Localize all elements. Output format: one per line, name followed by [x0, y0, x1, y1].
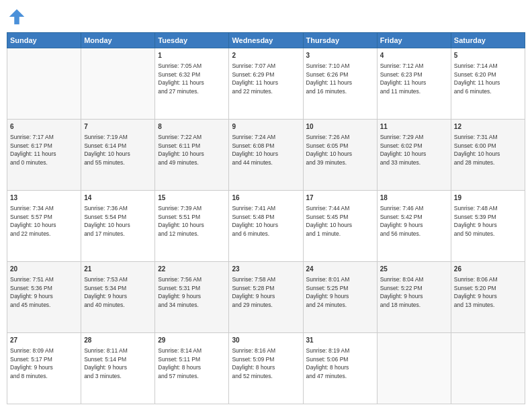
day-info: Sunrise: 8:01 AM Sunset: 5:25 PM Dayligh… — [306, 276, 350, 308]
day-cell: 6Sunrise: 7:17 AM Sunset: 6:17 PM Daylig… — [7, 120, 81, 191]
day-info: Sunrise: 7:39 AM Sunset: 5:51 PM Dayligh… — [158, 205, 204, 237]
day-number: 27 — [10, 336, 78, 345]
day-cell: 28Sunrise: 8:11 AM Sunset: 5:14 PM Dayli… — [81, 333, 155, 404]
day-cell: 8Sunrise: 7:22 AM Sunset: 6:11 PM Daylig… — [155, 120, 229, 191]
day-number: 19 — [454, 193, 522, 203]
calendar-header: SundayMondayTuesdayWednesdayThursdayFrid… — [7, 33, 525, 48]
day-info: Sunrise: 8:09 AM Sunset: 5:17 PM Dayligh… — [10, 347, 54, 379]
page: SundayMondayTuesdayWednesdayThursdayFrid… — [0, 0, 532, 411]
svg-marker-0 — [9, 9, 25, 25]
weekday-header-sunday: Sunday — [7, 33, 81, 48]
day-number: 17 — [306, 193, 374, 203]
day-number: 4 — [380, 51, 448, 60]
day-cell: 5Sunrise: 7:14 AM Sunset: 6:20 PM Daylig… — [451, 48, 525, 120]
day-number: 1 — [158, 51, 226, 60]
day-info: Sunrise: 7:51 AM Sunset: 5:36 PM Dayligh… — [10, 276, 54, 308]
day-number: 5 — [454, 51, 522, 60]
day-cell: 1Sunrise: 7:05 AM Sunset: 6:32 PM Daylig… — [155, 48, 229, 120]
weekday-header-friday: Friday — [377, 33, 451, 48]
day-info: Sunrise: 7:05 AM Sunset: 6:32 PM Dayligh… — [158, 62, 204, 95]
day-number: 11 — [380, 122, 448, 132]
day-cell — [7, 48, 81, 120]
day-number: 2 — [232, 51, 300, 60]
day-info: Sunrise: 7:10 AM Sunset: 6:26 PM Dayligh… — [306, 62, 353, 95]
day-cell: 30Sunrise: 8:16 AM Sunset: 5:09 PM Dayli… — [229, 333, 303, 404]
day-number: 26 — [454, 265, 522, 274]
logo — [7, 7, 30, 27]
day-info: Sunrise: 7:17 AM Sunset: 6:17 PM Dayligh… — [10, 134, 56, 166]
day-number: 21 — [84, 265, 152, 274]
day-cell — [81, 48, 155, 120]
calendar-table: SundayMondayTuesdayWednesdayThursdayFrid… — [7, 32, 525, 404]
day-number: 6 — [10, 122, 78, 132]
day-cell: 13Sunrise: 7:34 AM Sunset: 5:57 PM Dayli… — [7, 191, 81, 262]
day-cell: 25Sunrise: 8:04 AM Sunset: 5:22 PM Dayli… — [377, 262, 451, 333]
day-number: 14 — [84, 193, 152, 203]
day-info: Sunrise: 7:14 AM Sunset: 6:20 PM Dayligh… — [454, 62, 500, 95]
day-number: 16 — [232, 193, 300, 203]
day-cell: 31Sunrise: 8:19 AM Sunset: 5:06 PM Dayli… — [303, 333, 377, 404]
week-row-2: 13Sunrise: 7:34 AM Sunset: 5:57 PM Dayli… — [7, 191, 525, 262]
day-number: 3 — [306, 51, 374, 60]
day-cell: 20Sunrise: 7:51 AM Sunset: 5:36 PM Dayli… — [7, 262, 81, 333]
calendar-body: 1Sunrise: 7:05 AM Sunset: 6:32 PM Daylig… — [7, 48, 525, 404]
day-cell: 26Sunrise: 8:06 AM Sunset: 5:20 PM Dayli… — [451, 262, 525, 333]
day-number: 20 — [10, 265, 78, 274]
day-number: 29 — [158, 336, 226, 345]
logo-icon — [7, 7, 27, 27]
day-info: Sunrise: 7:41 AM Sunset: 5:48 PM Dayligh… — [232, 205, 278, 237]
weekday-header-tuesday: Tuesday — [155, 33, 229, 48]
day-number: 8 — [158, 122, 226, 132]
day-number: 7 — [84, 122, 152, 132]
day-number: 23 — [232, 265, 300, 274]
week-row-4: 27Sunrise: 8:09 AM Sunset: 5:17 PM Dayli… — [7, 333, 525, 404]
day-info: Sunrise: 8:06 AM Sunset: 5:20 PM Dayligh… — [454, 276, 498, 308]
day-info: Sunrise: 7:07 AM Sunset: 6:29 PM Dayligh… — [232, 62, 278, 95]
day-info: Sunrise: 8:16 AM Sunset: 5:09 PM Dayligh… — [232, 347, 275, 379]
day-cell: 24Sunrise: 8:01 AM Sunset: 5:25 PM Dayli… — [303, 262, 377, 333]
week-row-0: 1Sunrise: 7:05 AM Sunset: 6:32 PM Daylig… — [7, 48, 525, 120]
day-info: Sunrise: 8:11 AM Sunset: 5:14 PM Dayligh… — [84, 347, 128, 379]
day-number: 24 — [306, 265, 374, 274]
day-info: Sunrise: 7:34 AM Sunset: 5:57 PM Dayligh… — [10, 205, 56, 237]
day-cell: 19Sunrise: 7:48 AM Sunset: 5:39 PM Dayli… — [451, 191, 525, 262]
day-info: Sunrise: 7:26 AM Sunset: 6:05 PM Dayligh… — [306, 134, 353, 166]
header — [7, 7, 525, 27]
day-number: 22 — [158, 265, 226, 274]
week-row-3: 20Sunrise: 7:51 AM Sunset: 5:36 PM Dayli… — [7, 262, 525, 333]
weekday-header-saturday: Saturday — [451, 33, 525, 48]
day-number: 13 — [10, 193, 78, 203]
day-info: Sunrise: 7:12 AM Sunset: 6:23 PM Dayligh… — [380, 62, 427, 95]
day-cell: 27Sunrise: 8:09 AM Sunset: 5:17 PM Dayli… — [7, 333, 81, 404]
day-cell: 10Sunrise: 7:26 AM Sunset: 6:05 PM Dayli… — [303, 120, 377, 191]
day-cell: 22Sunrise: 7:56 AM Sunset: 5:31 PM Dayli… — [155, 262, 229, 333]
day-info: Sunrise: 7:22 AM Sunset: 6:11 PM Dayligh… — [158, 134, 204, 166]
day-cell: 14Sunrise: 7:36 AM Sunset: 5:54 PM Dayli… — [81, 191, 155, 262]
day-number: 18 — [380, 193, 448, 203]
day-number: 25 — [380, 265, 448, 274]
day-cell: 29Sunrise: 8:14 AM Sunset: 5:11 PM Dayli… — [155, 333, 229, 404]
day-info: Sunrise: 7:44 AM Sunset: 5:45 PM Dayligh… — [306, 205, 353, 237]
day-cell: 18Sunrise: 7:46 AM Sunset: 5:42 PM Dayli… — [377, 191, 451, 262]
weekday-header-monday: Monday — [81, 33, 155, 48]
day-cell — [377, 333, 451, 404]
day-number: 15 — [158, 193, 226, 203]
day-info: Sunrise: 7:19 AM Sunset: 6:14 PM Dayligh… — [84, 134, 130, 166]
day-info: Sunrise: 7:56 AM Sunset: 5:31 PM Dayligh… — [158, 276, 202, 308]
day-cell: 21Sunrise: 7:53 AM Sunset: 5:34 PM Dayli… — [81, 262, 155, 333]
day-info: Sunrise: 8:04 AM Sunset: 5:22 PM Dayligh… — [380, 276, 424, 308]
day-number: 30 — [232, 336, 300, 345]
day-info: Sunrise: 7:48 AM Sunset: 5:39 PM Dayligh… — [454, 205, 498, 237]
day-cell: 9Sunrise: 7:24 AM Sunset: 6:08 PM Daylig… — [229, 120, 303, 191]
day-number: 28 — [84, 336, 152, 345]
day-cell: 23Sunrise: 7:58 AM Sunset: 5:28 PM Dayli… — [229, 262, 303, 333]
day-cell: 16Sunrise: 7:41 AM Sunset: 5:48 PM Dayli… — [229, 191, 303, 262]
day-info: Sunrise: 7:31 AM Sunset: 6:00 PM Dayligh… — [454, 134, 500, 166]
day-cell: 2Sunrise: 7:07 AM Sunset: 6:29 PM Daylig… — [229, 48, 303, 120]
day-number: 10 — [306, 122, 374, 132]
day-info: Sunrise: 7:58 AM Sunset: 5:28 PM Dayligh… — [232, 276, 275, 308]
day-info: Sunrise: 8:14 AM Sunset: 5:11 PM Dayligh… — [158, 347, 202, 379]
weekday-row: SundayMondayTuesdayWednesdayThursdayFrid… — [7, 33, 525, 48]
day-number: 31 — [306, 336, 374, 345]
day-number: 12 — [454, 122, 522, 132]
